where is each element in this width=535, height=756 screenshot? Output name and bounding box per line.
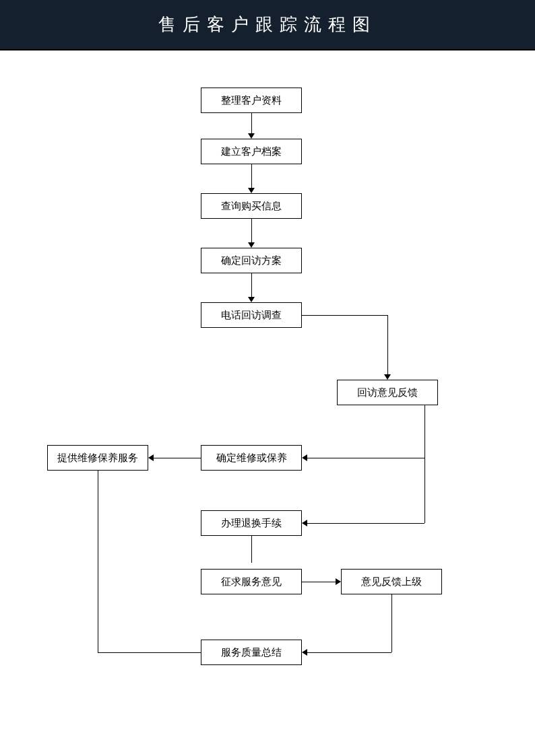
flowchart-canvas: 整理客户资料 建立客户档案 查询购买信息 确定回访方案 电话回访调查 回访意见反… — [0, 50, 535, 756]
node-provide-repair-service: 提供维修保养服务 — [47, 445, 148, 471]
node-label: 回访意见反馈 — [357, 386, 418, 399]
node-determine-repair-or-maintain: 确定维修或保养 — [201, 445, 302, 471]
node-label: 电话回访调查 — [221, 309, 282, 322]
node-query-purchase-info: 查询购买信息 — [201, 193, 302, 219]
arrow-down-icon — [248, 242, 255, 248]
connector — [251, 273, 252, 298]
arrow-right-icon — [336, 578, 341, 585]
node-feedback-to-superior: 意见反馈上级 — [341, 569, 442, 594]
arrow-left-icon — [302, 454, 307, 461]
node-revisit-feedback: 回访意见反馈 — [337, 380, 438, 405]
connector — [302, 582, 337, 582]
node-service-quality-summary: 服务质量总结 — [201, 640, 302, 665]
arrow-down-icon — [384, 374, 391, 380]
connector — [98, 652, 201, 653]
node-label: 意见反馈上级 — [361, 576, 422, 588]
arrow-down-icon — [248, 133, 255, 139]
node-request-service-opinion: 征求服务意见 — [201, 569, 302, 594]
connector — [307, 523, 424, 524]
node-label: 整理客户资料 — [221, 94, 282, 107]
node-process-return-exchange: 办理退换手续 — [201, 510, 302, 536]
node-determine-revisit-plan: 确定回访方案 — [201, 248, 302, 273]
connector — [307, 652, 391, 653]
node-label: 查询购买信息 — [221, 200, 282, 213]
node-label: 服务质量总结 — [221, 646, 282, 659]
node-label: 确定维修或保养 — [216, 452, 287, 465]
connector — [98, 471, 98, 652]
connector — [251, 219, 252, 244]
node-label: 征求服务意见 — [221, 576, 282, 588]
arrow-down-icon — [248, 297, 255, 302]
node-label: 提供维修保养服务 — [57, 452, 138, 465]
connector — [154, 458, 201, 458]
node-label: 建立客户档案 — [221, 145, 282, 158]
header-bar: 售后客户跟踪流程图 — [0, 0, 535, 50]
arrow-left-icon — [302, 649, 307, 656]
connector — [387, 315, 388, 376]
node-organize-customer-info: 整理客户资料 — [201, 88, 302, 113]
arrow-left-icon — [148, 454, 154, 461]
connector — [251, 113, 252, 135]
arrow-left-icon — [302, 520, 307, 526]
connector — [251, 164, 252, 189]
page-title: 售后客户跟踪流程图 — [158, 13, 377, 36]
connector — [251, 536, 252, 563]
arrow-down-icon — [248, 188, 255, 193]
connector — [391, 594, 392, 652]
node-label: 办理退换手续 — [221, 517, 282, 530]
connector — [424, 405, 425, 523]
node-label: 确定回访方案 — [221, 254, 282, 267]
connector — [302, 315, 387, 316]
node-create-customer-file: 建立客户档案 — [201, 139, 302, 164]
node-phone-revisit-survey: 电话回访调查 — [201, 302, 302, 328]
connector — [307, 458, 424, 458]
